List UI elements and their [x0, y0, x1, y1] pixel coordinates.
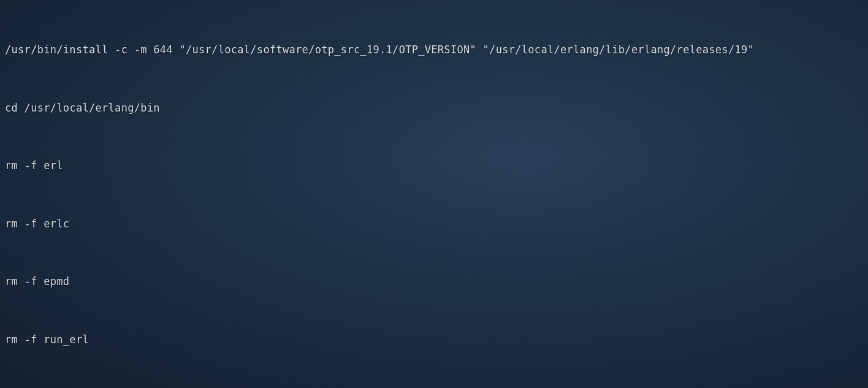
terminal-line: cd /usr/local/erlang/bin	[5, 99, 863, 118]
terminal-line: /usr/bin/install -c -m 644 "/usr/local/s…	[5, 40, 863, 60]
terminal-line: rm -f run_erl	[5, 330, 863, 350]
terminal-line: rm -f epmd	[5, 272, 863, 292]
terminal-line: rm -f erlc	[5, 215, 863, 234]
terminal-line: rm -f erl	[5, 156, 863, 176]
terminal-output: /usr/bin/install -c -m 644 "/usr/local/s…	[0, 0, 868, 388]
